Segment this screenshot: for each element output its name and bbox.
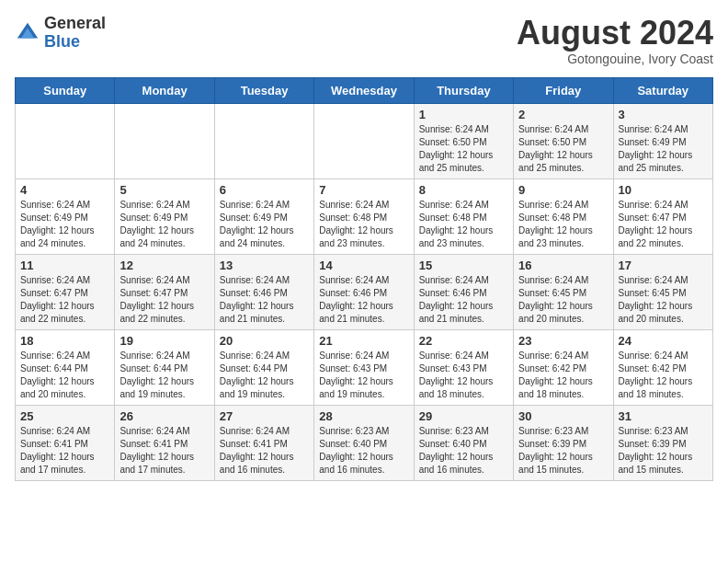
day-info: Sunrise: 6:24 AM Sunset: 6:41 PM Dayligh…	[119, 425, 209, 477]
weekday-header-friday: Friday	[514, 77, 613, 103]
day-number: 30	[518, 409, 608, 423]
day-number: 17	[619, 259, 708, 272]
calendar-cell: 19Sunrise: 6:24 AM Sunset: 6:44 PM Dayli…	[115, 329, 214, 405]
calendar-cell: 4Sunrise: 6:24 AM Sunset: 6:49 PM Daylig…	[16, 178, 115, 254]
calendar-cell: 26Sunrise: 6:24 AM Sunset: 6:41 PM Dayli…	[115, 405, 214, 480]
logo: General Blue	[15, 15, 106, 52]
day-number: 13	[220, 259, 309, 272]
day-number: 18	[20, 334, 109, 348]
calendar-cell	[314, 103, 414, 178]
weekday-header-sunday: Sunday	[16, 77, 115, 103]
day-info: Sunrise: 6:24 AM Sunset: 6:44 PM Dayligh…	[20, 350, 109, 401]
day-info: Sunrise: 6:24 AM Sunset: 6:42 PM Dayligh…	[619, 350, 708, 401]
logo-icon	[15, 20, 40, 46]
week-row-2: 11Sunrise: 6:24 AM Sunset: 6:47 PM Dayli…	[16, 254, 713, 329]
calendar-cell: 21Sunrise: 6:24 AM Sunset: 6:43 PM Dayli…	[314, 329, 414, 405]
calendar-cell: 13Sunrise: 6:24 AM Sunset: 6:46 PM Dayli…	[214, 254, 313, 329]
calendar-cell: 5Sunrise: 6:24 AM Sunset: 6:49 PM Daylig…	[115, 178, 214, 254]
calendar-cell: 18Sunrise: 6:24 AM Sunset: 6:44 PM Dayli…	[16, 329, 115, 405]
calendar-cell: 3Sunrise: 6:24 AM Sunset: 6:49 PM Daylig…	[613, 103, 712, 178]
month-title: August 2024	[517, 15, 713, 52]
day-info: Sunrise: 6:24 AM Sunset: 6:44 PM Dayligh…	[119, 350, 209, 401]
day-info: Sunrise: 6:24 AM Sunset: 6:49 PM Dayligh…	[220, 199, 309, 250]
day-number: 4	[20, 183, 109, 197]
page-header: General Blue August 2024 Gotongouine, Iv…	[15, 15, 713, 66]
day-info: Sunrise: 6:24 AM Sunset: 6:48 PM Dayligh…	[518, 199, 608, 250]
day-info: Sunrise: 6:24 AM Sunset: 6:46 PM Dayligh…	[319, 274, 408, 326]
day-info: Sunrise: 6:24 AM Sunset: 6:50 PM Dayligh…	[518, 123, 608, 175]
weekday-header-tuesday: Tuesday	[214, 77, 313, 103]
day-info: Sunrise: 6:24 AM Sunset: 6:49 PM Dayligh…	[20, 199, 109, 250]
calendar-cell: 31Sunrise: 6:23 AM Sunset: 6:39 PM Dayli…	[613, 405, 712, 480]
calendar-cell: 24Sunrise: 6:24 AM Sunset: 6:42 PM Dayli…	[613, 329, 712, 405]
week-row-0: 1Sunrise: 6:24 AM Sunset: 6:50 PM Daylig…	[16, 103, 713, 178]
day-number: 22	[419, 334, 508, 348]
day-number: 1	[419, 108, 508, 121]
day-number: 7	[319, 183, 408, 197]
day-number: 8	[419, 183, 508, 197]
day-number: 10	[619, 183, 708, 197]
calendar-header: SundayMondayTuesdayWednesdayThursdayFrid…	[16, 77, 713, 103]
day-number: 6	[220, 183, 309, 197]
week-row-3: 18Sunrise: 6:24 AM Sunset: 6:44 PM Dayli…	[16, 329, 713, 405]
calendar-cell: 6Sunrise: 6:24 AM Sunset: 6:49 PM Daylig…	[214, 178, 313, 254]
day-number: 23	[518, 334, 608, 348]
day-info: Sunrise: 6:23 AM Sunset: 6:39 PM Dayligh…	[619, 425, 708, 477]
calendar-cell: 8Sunrise: 6:24 AM Sunset: 6:48 PM Daylig…	[414, 178, 513, 254]
calendar-cell: 15Sunrise: 6:24 AM Sunset: 6:46 PM Dayli…	[414, 254, 513, 329]
day-info: Sunrise: 6:24 AM Sunset: 6:49 PM Dayligh…	[119, 199, 209, 250]
calendar-cell	[214, 103, 313, 178]
calendar-cell: 20Sunrise: 6:24 AM Sunset: 6:44 PM Dayli…	[214, 329, 313, 405]
calendar-cell: 23Sunrise: 6:24 AM Sunset: 6:42 PM Dayli…	[514, 329, 613, 405]
weekday-header-wednesday: Wednesday	[314, 77, 414, 103]
calendar-cell: 30Sunrise: 6:23 AM Sunset: 6:39 PM Dayli…	[514, 405, 613, 480]
day-number: 24	[619, 334, 708, 348]
calendar-cell: 14Sunrise: 6:24 AM Sunset: 6:46 PM Dayli…	[314, 254, 414, 329]
day-info: Sunrise: 6:24 AM Sunset: 6:43 PM Dayligh…	[419, 350, 508, 401]
calendar-cell: 1Sunrise: 6:24 AM Sunset: 6:50 PM Daylig…	[414, 103, 513, 178]
day-info: Sunrise: 6:24 AM Sunset: 6:47 PM Dayligh…	[20, 274, 109, 326]
calendar-table: SundayMondayTuesdayWednesdayThursdayFrid…	[15, 77, 713, 481]
logo-general-text: General	[44, 15, 106, 33]
day-info: Sunrise: 6:24 AM Sunset: 6:46 PM Dayligh…	[220, 274, 309, 326]
calendar-cell: 10Sunrise: 6:24 AM Sunset: 6:47 PM Dayli…	[613, 178, 712, 254]
day-info: Sunrise: 6:24 AM Sunset: 6:47 PM Dayligh…	[619, 199, 708, 250]
day-info: Sunrise: 6:24 AM Sunset: 6:48 PM Dayligh…	[419, 199, 508, 250]
day-info: Sunrise: 6:24 AM Sunset: 6:45 PM Dayligh…	[619, 274, 708, 326]
day-number: 2	[518, 108, 608, 121]
day-info: Sunrise: 6:24 AM Sunset: 6:42 PM Dayligh…	[518, 350, 608, 401]
day-number: 11	[20, 259, 109, 272]
calendar-body: 1Sunrise: 6:24 AM Sunset: 6:50 PM Daylig…	[16, 103, 713, 480]
day-info: Sunrise: 6:23 AM Sunset: 6:39 PM Dayligh…	[518, 425, 608, 477]
logo-blue-text: Blue	[44, 32, 80, 51]
weekday-header-thursday: Thursday	[414, 77, 513, 103]
day-info: Sunrise: 6:24 AM Sunset: 6:44 PM Dayligh…	[220, 350, 309, 401]
day-info: Sunrise: 6:24 AM Sunset: 6:45 PM Dayligh…	[518, 274, 608, 326]
day-number: 26	[119, 409, 209, 423]
calendar-cell: 9Sunrise: 6:24 AM Sunset: 6:48 PM Daylig…	[514, 178, 613, 254]
day-info: Sunrise: 6:24 AM Sunset: 6:48 PM Dayligh…	[319, 199, 408, 250]
calendar-cell: 27Sunrise: 6:24 AM Sunset: 6:41 PM Dayli…	[214, 405, 313, 480]
calendar-cell: 11Sunrise: 6:24 AM Sunset: 6:47 PM Dayli…	[16, 254, 115, 329]
day-number: 25	[20, 409, 109, 423]
day-number: 28	[319, 409, 408, 423]
week-row-4: 25Sunrise: 6:24 AM Sunset: 6:41 PM Dayli…	[16, 405, 713, 480]
day-number: 27	[220, 409, 309, 423]
day-number: 14	[319, 259, 408, 272]
day-info: Sunrise: 6:24 AM Sunset: 6:47 PM Dayligh…	[119, 274, 209, 326]
day-info: Sunrise: 6:24 AM Sunset: 6:43 PM Dayligh…	[319, 350, 408, 401]
day-info: Sunrise: 6:23 AM Sunset: 6:40 PM Dayligh…	[319, 425, 408, 477]
calendar-cell: 17Sunrise: 6:24 AM Sunset: 6:45 PM Dayli…	[613, 254, 712, 329]
calendar-cell: 2Sunrise: 6:24 AM Sunset: 6:50 PM Daylig…	[514, 103, 613, 178]
calendar-cell	[16, 103, 115, 178]
day-info: Sunrise: 6:24 AM Sunset: 6:41 PM Dayligh…	[20, 425, 109, 477]
day-info: Sunrise: 6:24 AM Sunset: 6:50 PM Dayligh…	[419, 123, 508, 175]
day-info: Sunrise: 6:23 AM Sunset: 6:40 PM Dayligh…	[419, 425, 508, 477]
day-number: 15	[419, 259, 508, 272]
calendar-cell: 7Sunrise: 6:24 AM Sunset: 6:48 PM Daylig…	[314, 178, 414, 254]
day-number: 12	[119, 259, 209, 272]
calendar-cell: 22Sunrise: 6:24 AM Sunset: 6:43 PM Dayli…	[414, 329, 513, 405]
calendar-cell: 16Sunrise: 6:24 AM Sunset: 6:45 PM Dayli…	[514, 254, 613, 329]
location-subtitle: Gotongouine, Ivory Coast	[517, 52, 713, 66]
week-row-1: 4Sunrise: 6:24 AM Sunset: 6:49 PM Daylig…	[16, 178, 713, 254]
